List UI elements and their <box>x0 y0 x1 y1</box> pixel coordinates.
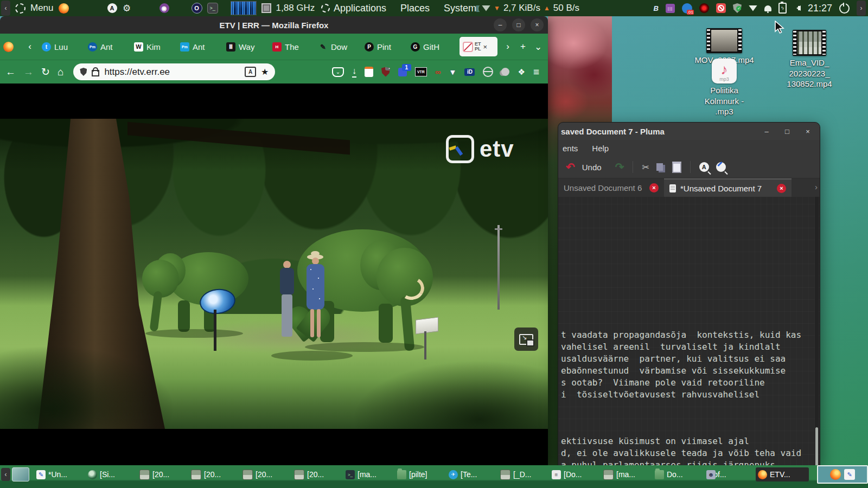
firefox-logo-icon[interactable] <box>3 42 14 52</box>
firefox-launcher-icon[interactable] <box>59 3 69 14</box>
wifi-strength-icon[interactable] <box>482 5 490 11</box>
redo-icon[interactable]: ↷ <box>615 160 624 174</box>
url-bar[interactable]: https://etv.err.ee A ★ <box>73 63 275 80</box>
browser-tab[interactable]: H The <box>269 37 315 56</box>
tab-scroll-right-icon[interactable]: › <box>815 182 818 191</box>
bluetooth-icon[interactable]: B <box>654 4 659 12</box>
all-tabs-button[interactable]: ⌄ <box>532 38 545 55</box>
desktop-icon-poliitika-mp3[interactable]: ♪ mp3 Poliitika Kolmnurk - .mp3 <box>697 59 751 117</box>
desktop-icon-ema-vid[interactable]: Ema_VID_ 20230223_ 130852.mp4 <box>771 30 847 89</box>
maximize-button[interactable]: □ <box>512 18 525 31</box>
tab-scroll-left-button[interactable]: ‹ <box>23 38 36 55</box>
active-browser-tab[interactable]: ETPL × <box>459 37 497 56</box>
taskbar-window-button[interactable]: [_D... <box>498 467 548 481</box>
vtr-extension-icon[interactable]: VTR <box>415 67 427 76</box>
menu-item[interactable]: ents <box>563 144 578 153</box>
url-text[interactable]: https://etv.err.ee <box>104 67 240 78</box>
undo-icon[interactable]: ↶ <box>566 160 575 174</box>
pluma-scrollbar[interactable] <box>815 197 819 466</box>
tab-close-icon[interactable]: × <box>777 184 786 193</box>
copy-icon[interactable] <box>656 163 663 171</box>
mate-menu-icon[interactable] <box>15 3 25 14</box>
notifications-bell-icon[interactable] <box>764 5 771 11</box>
menu-item[interactable]: Help <box>592 144 609 153</box>
link-extension-icon[interactable]: ∞ <box>435 67 441 76</box>
panel-expand-button[interactable]: › <box>857 1 866 16</box>
replace-icon[interactable] <box>716 162 726 172</box>
undo-label[interactable]: Undo <box>582 163 602 172</box>
record-tray-icon[interactable] <box>699 3 709 13</box>
taskbar-window-button[interactable]: [Si... <box>86 467 136 481</box>
tor-browser-icon[interactable]: ◉ <box>159 3 169 13</box>
taskbar-window-button[interactable]: ETV... <box>756 467 809 481</box>
document-tab-active[interactable]: *Unsaved Document 7 × <box>664 178 792 197</box>
video-frame[interactable]: etv ↘ <box>0 119 548 429</box>
find-icon[interactable]: A <box>699 162 709 172</box>
scrollbar-thumb[interactable] <box>815 427 818 466</box>
ublock-icon[interactable]: 7 <box>381 67 390 77</box>
applications-menu[interactable]: Applications <box>321 3 386 14</box>
cpu-frequency-graph[interactable] <box>231 1 257 15</box>
extensions-puzzle-icon[interactable]: ❖ <box>518 67 525 77</box>
taskbar-collapse-button[interactable]: ‹ <box>1 468 10 481</box>
minimize-button[interactable]: – <box>494 18 507 31</box>
pluma-text-area[interactable]: t vaadata propagandasõja kontekstis, kui… <box>558 197 820 466</box>
browser-tab[interactable]: Pm Ant <box>177 37 223 56</box>
settings-gears-icon[interactable]: ⚙ <box>122 3 132 13</box>
tab-scroll-right-button[interactable]: › <box>501 38 514 55</box>
video-downloader-icon[interactable]: ▼ <box>449 68 457 76</box>
pluma-maximize-button[interactable]: □ <box>781 125 794 138</box>
picture-in-picture-button[interactable]: ↘ <box>514 328 538 351</box>
app-menu-icon[interactable]: ≡ <box>533 66 539 78</box>
screen-reader-icon[interactable]: A <box>107 3 117 13</box>
home-button[interactable]: ⌂ <box>58 66 63 78</box>
cookies-extension-icon[interactable] <box>501 68 509 76</box>
window-switcher-applet[interactable]: ✎ <box>817 465 868 484</box>
pluma-titlebar[interactable]: saved Document 7 - Pluma – □ × <box>558 123 820 140</box>
document-tab-inactive[interactable]: Unsaved Document 6 × <box>558 178 664 197</box>
panel-clock[interactable]: 21:27 <box>808 3 832 14</box>
panel-collapse-button[interactable]: ‹ <box>1 1 10 16</box>
taskbar-window-button[interactable]: ✈ [Te... <box>446 467 496 481</box>
browser-tab[interactable]: P Pint <box>361 37 407 56</box>
close-button[interactable]: × <box>531 18 544 31</box>
taskbar-window-button[interactable]: [20... <box>189 467 239 481</box>
tab-close-icon[interactable]: × <box>649 183 659 192</box>
power-icon[interactable] <box>839 3 850 14</box>
taskbar-window-button[interactable]: ☻ [Sof... <box>704 467 754 481</box>
cpu-frequency[interactable]: 1,88 GHz <box>276 3 315 14</box>
taskbar-window-button[interactable]: [20... <box>137 467 187 481</box>
equalizer-tray-icon[interactable]: ||| <box>666 4 675 13</box>
proxy-extension-icon[interactable]: 1 <box>398 68 407 76</box>
calendar-extension-icon[interactable] <box>365 67 373 77</box>
menu-button[interactable]: Menu <box>30 3 54 14</box>
translate-icon[interactable]: A <box>245 67 256 77</box>
browser-tab[interactable]: W Kim <box>131 37 177 56</box>
browser-tab[interactable]: t Luu <box>39 37 85 56</box>
show-desktop-button[interactable] <box>12 467 29 481</box>
pocket-icon[interactable]: ⌄ <box>332 67 344 77</box>
id-extension-icon[interactable]: iD <box>464 68 475 76</box>
taskbar-window-button[interactable]: ≡ [Do... <box>550 467 599 481</box>
browser-tab[interactable]: ✎ Dow <box>315 37 361 56</box>
opera-launcher-icon[interactable]: O <box>192 3 202 14</box>
pluma-close-button[interactable]: × <box>801 125 814 138</box>
lock-icon[interactable] <box>92 70 99 76</box>
back-button[interactable]: ← <box>5 66 16 78</box>
browser-tab[interactable]: G 564 <box>454 37 456 56</box>
browser-tab[interactable]: G GitH <box>407 37 454 56</box>
taskbar-window-button[interactable]: >_ [ma... <box>343 467 393 481</box>
downloads-icon[interactable]: ↓ <box>352 66 356 78</box>
taskbar-window-button[interactable]: [pilte] <box>395 467 445 481</box>
taskbar-window-button[interactable]: [20... <box>240 467 290 481</box>
do-not-disturb-icon[interactable] <box>716 3 726 13</box>
reload-button[interactable]: ↻ <box>41 66 50 78</box>
tracking-shield-icon[interactable] <box>80 68 87 76</box>
bookmark-star-icon[interactable]: ★ <box>261 67 269 77</box>
places-menu[interactable]: Places <box>400 3 430 14</box>
taskbar-window-button[interactable]: ✎ *Un... <box>34 467 84 481</box>
browser-tab[interactable]: Pm Ant <box>85 37 131 56</box>
tab-close-icon[interactable]: × <box>483 43 488 51</box>
terminal-launcher-icon[interactable]: >_ <box>207 3 218 14</box>
cut-icon[interactable]: ✂ <box>642 162 649 172</box>
